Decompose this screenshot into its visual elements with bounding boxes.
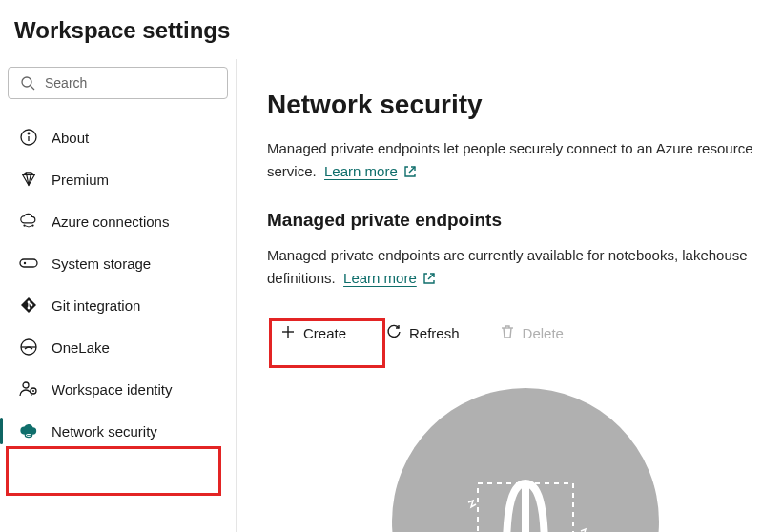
create-button[interactable]: Create — [267, 317, 360, 350]
layout-container: About Premium — [0, 59, 783, 532]
search-input[interactable] — [45, 75, 217, 91]
external-link-icon — [403, 165, 417, 178]
sidebar-item-onelake[interactable]: OneLake — [8, 326, 236, 368]
sidebar-item-network-security[interactable]: Network security — [8, 410, 236, 452]
sidebar-item-label: Azure connections — [52, 214, 169, 230]
sidebar-item-label: Premium — [52, 172, 109, 188]
search-box[interactable] — [8, 67, 228, 99]
svg-point-0 — [22, 77, 31, 87]
refresh-icon — [386, 324, 402, 342]
svg-line-1 — [31, 86, 34, 90]
section-description: Managed private endpoints are currently … — [267, 244, 783, 290]
main-title: Network security — [267, 90, 783, 120]
external-link-icon — [422, 272, 436, 285]
diamond-icon — [19, 170, 38, 189]
sidebar-item-label: OneLake — [52, 339, 110, 356]
git-icon — [19, 296, 38, 315]
sidebar-item-git-integration[interactable]: Git integration — [8, 284, 236, 326]
sidebar-item-label: Workspace identity — [52, 381, 172, 398]
sidebar-item-about[interactable]: About — [8, 116, 236, 158]
sidebar-item-azure-connections[interactable]: Azure connections — [8, 200, 236, 242]
onelake-icon — [19, 338, 38, 357]
svg-line-26 — [409, 167, 415, 173]
delete-button: Delete — [486, 317, 577, 350]
empty-illustration — [392, 388, 659, 532]
page-title: Workspace settings — [0, 0, 783, 59]
info-icon — [19, 128, 38, 147]
svg-rect-10 — [20, 259, 37, 267]
main-content: Network security Managed private endpoin… — [237, 59, 783, 532]
section-title: Managed private endpoints — [267, 210, 783, 231]
plus-icon — [280, 324, 296, 342]
identity-icon — [19, 379, 38, 399]
intro-text: Managed private endpoints let people sec… — [267, 137, 783, 183]
toolbar: Create Refresh — [267, 317, 783, 350]
sidebar-item-label: About — [52, 130, 89, 146]
empty-state — [267, 388, 783, 532]
svg-point-19 — [23, 382, 29, 388]
storage-icon — [19, 254, 38, 273]
cloud-link-icon — [19, 212, 38, 231]
sidebar-item-system-storage[interactable]: System storage — [8, 242, 236, 284]
sidebar-item-label: Git integration — [52, 297, 140, 314]
trash-icon — [500, 324, 515, 342]
search-icon — [18, 73, 37, 92]
learn-more-link[interactable]: Learn more — [324, 160, 417, 183]
svg-point-21 — [32, 390, 34, 392]
cloud-lock-icon — [19, 421, 38, 440]
svg-point-4 — [28, 133, 30, 134]
svg-point-11 — [24, 262, 26, 264]
sidebar-item-workspace-identity[interactable]: Workspace identity — [8, 368, 236, 410]
sidebar-item-label: Network security — [52, 423, 157, 440]
refresh-button[interactable]: Refresh — [373, 317, 473, 350]
svg-point-23 — [27, 435, 28, 436]
sidebar-item-premium[interactable]: Premium — [8, 158, 236, 200]
learn-more-link-2[interactable]: Learn more — [343, 267, 436, 290]
svg-point-24 — [30, 435, 31, 436]
sidebar-item-label: System storage — [52, 256, 151, 272]
sidebar: About Premium — [0, 59, 237, 532]
svg-line-27 — [428, 274, 434, 279]
